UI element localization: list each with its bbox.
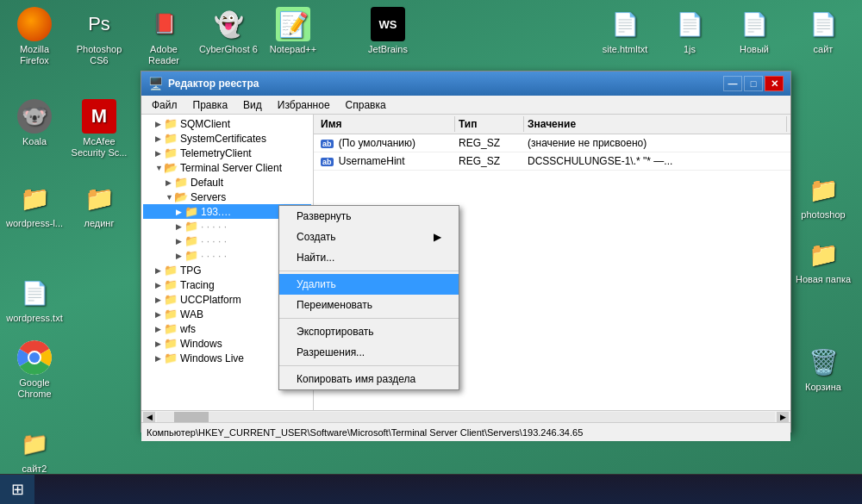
desktop-icon-chrome[interactable]: GoogleChrome — [4, 340, 65, 400]
desktop: Mozilla Firefox Ps Photoshop CS6 📕 Adobe… — [0, 0, 862, 504]
desktop-icon-cyberghost[interactable]: 👻 CyberGhost 6 — [198, 7, 259, 55]
mcafee-icon: M — [82, 99, 116, 134]
desktop-icon-newfile[interactable]: 📄 Новый — [724, 7, 784, 55]
koala-label: Koala — [4, 136, 65, 147]
chrome-icon — [17, 340, 52, 375]
scrollbar-area[interactable]: ◀ ▶ — [141, 410, 790, 422]
tree-terminalserverclient[interactable]: ▼ 📂 Terminal Server Client — [143, 160, 311, 175]
tree-default[interactable]: ▶ 📁 Default — [143, 175, 311, 190]
menu-edit[interactable]: Правка — [186, 97, 235, 113]
firefox-label: Mozilla Firefox — [4, 44, 65, 66]
tree-windowslive-label: Windows Live — [180, 352, 244, 364]
tree-uccplatform-label: UCCPlatform — [180, 294, 241, 306]
notepadpp-label: Notepad++ — [263, 44, 323, 55]
close-button[interactable]: ✕ — [765, 76, 784, 91]
desktop-icon-1js[interactable]: 📄 1js — [659, 7, 720, 55]
tree-telemetryclient[interactable]: ▶ 📁 TelemetryClient — [143, 146, 311, 160]
mcafee-label: McAfee Security Sc... — [69, 136, 129, 159]
svg-point-2 — [29, 352, 40, 363]
window-statusbar: Компьютер\HKEY_CURRENT_USER\Software\Mic… — [141, 422, 790, 441]
window-titlebar: 🖥️ Редактор реестра — □ ✕ — [141, 72, 790, 96]
menu-favorites[interactable]: Избранное — [271, 97, 337, 113]
menu-help[interactable]: Справка — [339, 97, 393, 113]
ctx-copy-name[interactable]: Копировать имя раздела — [279, 369, 459, 389]
ctx-delete[interactable]: Удалить — [279, 274, 459, 295]
col-name-header: Имя — [317, 116, 455, 132]
scroll-left-btn[interactable]: ◀ — [143, 412, 155, 422]
desktop-icon-sait[interactable]: 📄 сайт — [793, 7, 853, 55]
reg-value-usernamehint: DCSSCHULUNGSE-1\.* "* —... — [524, 154, 787, 168]
ctx-permissions[interactable]: Разрешения... — [279, 342, 459, 363]
start-button[interactable]: ⊞ — [0, 475, 34, 505]
ctx-create[interactable]: Создать ▶ — [279, 227, 459, 247]
sait-label: сайт — [793, 44, 853, 55]
ctx-sep1 — [279, 271, 459, 271]
desktop-icon-ledir[interactable]: 📁 лединг — [69, 181, 129, 229]
tree-default-label: Default — [191, 177, 223, 189]
photoshopfolder-icon: 📁 — [806, 172, 840, 207]
col-type-header: Тип — [455, 116, 524, 132]
desktop-icon-firefox[interactable]: Mozilla Firefox — [4, 7, 65, 66]
minimize-button[interactable]: — — [723, 76, 742, 91]
chrome-label: GoogleChrome — [4, 377, 65, 400]
koala-icon: 🐨 — [17, 99, 52, 134]
scroll-right-btn[interactable]: ▶ — [777, 412, 789, 422]
tree-systemcertificates[interactable]: ▶ 📁 SystemCertificates — [143, 131, 311, 146]
desktop-icon-wptxt[interactable]: 📄 wordpress.txt — [4, 276, 65, 324]
maximize-button[interactable]: □ — [744, 76, 763, 91]
ledir-icon: 📁 — [82, 181, 116, 215]
ctx-find[interactable]: Найти... — [279, 247, 459, 268]
tree-tpg-label: TPG — [180, 264, 202, 277]
desktop-icon-sitehtml[interactable]: 📄 site.htmltxt — [595, 7, 655, 55]
window-controls: — □ ✕ — [723, 76, 784, 91]
tree-wfs-label: wfs — [180, 323, 196, 335]
recycle-icon: 🗑️ — [806, 345, 840, 379]
desktop-icon-recycle[interactable]: 🗑️ Корзина — [793, 345, 853, 393]
desktop-icon-koala[interactable]: 🐨 Koala — [4, 99, 65, 147]
jetbrains-icon: WS — [371, 7, 405, 41]
registry-row-default[interactable]: ab (По умолчанию) REG_SZ (значение не пр… — [314, 134, 790, 152]
photoshop-label: Photoshop CS6 — [69, 44, 129, 66]
regedit-icon: 🖥️ — [148, 77, 163, 90]
ctx-sep2 — [279, 318, 459, 319]
scrollbar-track[interactable] — [157, 412, 775, 422]
window-menubar: Файл Правка Вид Избранное Справка — [141, 96, 790, 115]
desktop-icon-photoshopfolder[interactable]: 📁 photoshop — [793, 172, 853, 221]
window-body: ▶ 📁 SQMClient ▶ 📁 SystemCertificates ▶ 📁… — [141, 115, 790, 410]
desktop-icon-jetbrains[interactable]: WS JetBrains — [358, 7, 418, 55]
menu-file[interactable]: Файл — [145, 97, 184, 113]
desktop-icon-acrobat[interactable]: 📕 Adobe Reader — [134, 7, 194, 66]
scrollbar-thumb[interactable] — [174, 412, 209, 422]
ctx-export[interactable]: Экспортировать — [279, 321, 459, 342]
novayapapka-label: Новая папка — [793, 274, 853, 285]
novayapapka-icon: 📁 — [806, 237, 840, 271]
cyberghost-icon: 👻 — [211, 7, 246, 41]
ledir-label: лединг — [69, 218, 129, 229]
newfile-label: Новый — [724, 44, 784, 55]
wptxt-label: wordpress.txt — [4, 313, 65, 324]
desktop-icon-novayapapka[interactable]: 📁 Новая папка — [793, 237, 853, 285]
menu-view[interactable]: Вид — [236, 97, 269, 113]
values-header: Имя Тип Значение — [314, 115, 790, 134]
tree-servers[interactable]: ▼ 📂 Servers — [143, 190, 311, 204]
registry-row-usernamehint[interactable]: ab UsernameHint REG_SZ DCSSCHULUNGSE-1\.… — [314, 152, 790, 171]
desktop-icon-notepadpp[interactable]: 📝 Notepad++ — [263, 7, 323, 55]
window-title: Редактор реестра — [168, 78, 718, 90]
desktop-icon-wordpress1[interactable]: 📁 wordpress-l... — [4, 181, 65, 229]
context-menu: Развернуть Создать ▶ Найти... Удалить Пе… — [278, 205, 459, 390]
reg-value-default: (значение не присвоено) — [524, 136, 787, 150]
desktop-icon-mcafee[interactable]: M McAfee Security Sc... — [69, 99, 129, 159]
desktop-icon-site2[interactable]: 📁 сайт2 — [4, 426, 65, 475]
tree-sqmclient-label: SQMClient — [180, 118, 230, 130]
col-value-header: Значение — [524, 116, 787, 132]
photoshop-icon: Ps — [82, 7, 116, 41]
ctx-rename[interactable]: Переименовать — [279, 295, 459, 315]
ctx-expand[interactable]: Развернуть — [279, 206, 459, 227]
1js-icon: 📄 — [672, 7, 707, 41]
tree-wab-label: WAB — [180, 308, 203, 320]
tree-sqmclient[interactable]: ▶ 📁 SQMClient — [143, 116, 311, 131]
regedit-window: 🖥️ Редактор реестра — □ ✕ Файл Правка Ви… — [141, 71, 791, 432]
sitehtml-icon: 📄 — [608, 7, 642, 41]
wordpress1-label: wordpress-l... — [4, 218, 65, 229]
desktop-icon-photoshop[interactable]: Ps Photoshop CS6 — [69, 7, 129, 66]
